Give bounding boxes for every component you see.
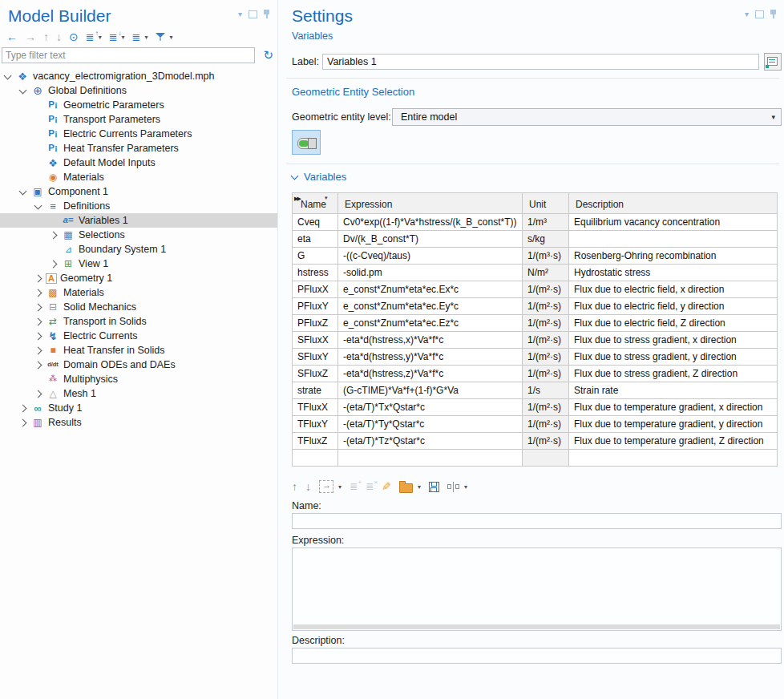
description-cell[interactable]: Flux due to stress gradient, Z direction xyxy=(569,366,778,382)
unit-cell[interactable]: 1/(m²·s) xyxy=(523,349,569,366)
tree-item-electric-currents[interactable]: ↯ Electric Currents xyxy=(0,329,277,343)
tree-item-multiphysics[interactable]: ⁂ Multiphysics xyxy=(0,372,277,386)
name-cell[interactable]: strate xyxy=(293,382,338,399)
float-panel-icon[interactable] xyxy=(249,10,257,18)
tree-chevron-icon[interactable] xyxy=(34,346,42,354)
node-display-dropdown-icon[interactable]: ▾ xyxy=(144,34,148,41)
name-cell[interactable]: SFluxX xyxy=(293,332,338,349)
load-dropdown-icon[interactable]: ▾ xyxy=(418,483,421,491)
unit-cell[interactable]: 1/(m²·s) xyxy=(523,332,569,349)
unit-cell[interactable]: N/m² xyxy=(523,265,569,281)
expand-dropdown-icon[interactable]: ▾ xyxy=(99,34,102,41)
create-note-button[interactable] xyxy=(764,53,782,71)
expression-cell[interactable]: -eta*d(hstress,x)*Va*f*c xyxy=(338,332,523,349)
unit-cell[interactable]: 1/m³ xyxy=(523,214,569,231)
tree-chevron-icon[interactable] xyxy=(34,317,42,325)
tree-item-results[interactable]: ▥ Results xyxy=(0,415,277,430)
tree-chevron-icon[interactable] xyxy=(34,361,42,369)
unit-cell[interactable]: 1/(m²·s) xyxy=(523,416,569,433)
panel-menu-icon[interactable]: ▾ xyxy=(238,10,242,18)
unit-column-header[interactable]: Unit xyxy=(523,193,569,214)
tree-chevron-icon[interactable] xyxy=(19,86,27,94)
description-cell[interactable]: Flux due to temperature gradient, Z dire… xyxy=(569,433,778,450)
expression-cell[interactable]: -(eta/T)*Ty*Qstar*c xyxy=(338,416,523,433)
name-cell[interactable]: eta xyxy=(293,231,338,248)
move-down-icon[interactable]: ↓ xyxy=(56,30,62,43)
tree-item-view-1[interactable]: ⊞ View 1 xyxy=(0,257,277,271)
tree-item-definitions[interactable]: ≡ Definitions xyxy=(0,199,277,213)
unit-cell[interactable]: 1/(m²·s) xyxy=(523,433,569,450)
expression-cell[interactable]: -eta*d(hstress,z)*Va*f*c xyxy=(338,366,523,382)
unit-cell[interactable]: s/kg xyxy=(523,231,569,248)
description-column-header[interactable]: Description xyxy=(569,193,778,214)
tree-chevron-icon[interactable] xyxy=(4,71,12,79)
expression-cell[interactable]: Dv/(k_B_const*T) xyxy=(338,231,523,248)
collapse-all-icon[interactable]: ≣↓ xyxy=(109,31,118,43)
description-cell[interactable]: Rosenberg-Ohring recombination xyxy=(569,248,778,265)
name-column-header[interactable]: ▶▶ ▾ Name xyxy=(293,193,338,214)
expression-cell[interactable]: -((c-Cveq)/taus) xyxy=(338,248,523,265)
move-up-icon[interactable]: ↑ xyxy=(43,30,49,43)
tree-item-electric-currents-parameters[interactable]: P¡ Electric Currents Parameters xyxy=(0,127,277,141)
edit-field-icon[interactable] xyxy=(447,482,459,492)
tree-chevron-icon[interactable] xyxy=(19,187,27,195)
clear-table-icon[interactable]: ✎ xyxy=(382,480,391,493)
tree-item-transport-parameters[interactable]: P¡ Transport Parameters xyxy=(0,112,277,127)
tree-item-geometric-parameters[interactable]: P¡ Geometric Parameters xyxy=(0,98,277,112)
tree-chevron-icon[interactable] xyxy=(50,260,58,268)
tree-item-heat-transfer-in-solids[interactable]: ■ Heat Transfer in Solids xyxy=(0,343,277,358)
delete-row-icon[interactable]: ≣× xyxy=(366,481,374,492)
tree-chevron-icon[interactable] xyxy=(34,303,42,311)
tree-item-mesh-1[interactable]: △ Mesh 1 xyxy=(0,386,277,401)
tree-chevron-icon[interactable] xyxy=(34,332,42,340)
load-from-file-icon[interactable] xyxy=(399,483,413,493)
pin-panel-icon[interactable] xyxy=(264,10,269,18)
description-cell[interactable]: Flux due to stress gradient, y direction xyxy=(569,349,778,366)
name-cell[interactable]: SFluxY xyxy=(293,349,338,366)
expression-cell[interactable]: -(eta/T)*Tz*Qstar*c xyxy=(338,433,523,450)
expression-cell[interactable] xyxy=(338,450,523,467)
tree-item-transport-in-solids[interactable]: ⇄ Transport in Solids xyxy=(0,314,277,329)
save-to-file-icon[interactable] xyxy=(429,482,439,492)
filter-icon[interactable] xyxy=(156,32,166,42)
geometric-entity-level-select[interactable]: Entire model ▾ xyxy=(392,108,782,126)
show-icon[interactable]: ⊙ xyxy=(69,30,79,43)
description-cell[interactable] xyxy=(569,450,778,467)
description-cell[interactable]: Flux due to electric field, Z direction xyxy=(569,315,778,332)
name-input[interactable] xyxy=(292,513,782,529)
unit-cell[interactable]: 1/(m²·s) xyxy=(523,281,569,298)
unit-cell[interactable] xyxy=(523,450,569,467)
expression-cell[interactable]: -eta*d(hstress,y)*Va*f*c xyxy=(338,349,523,366)
collapse-dropdown-icon[interactable]: ▾ xyxy=(122,34,125,41)
settings-pin-icon[interactable] xyxy=(770,10,776,18)
tree-item-variables-1[interactable]: a= Variables 1 xyxy=(0,213,277,228)
description-cell[interactable]: Strain rate xyxy=(569,382,778,399)
expression-column-header[interactable]: Expression xyxy=(338,193,523,214)
node-display-icon[interactable]: ≣ xyxy=(132,31,141,43)
tree-item-vacancy-electromigration-3dmodel-mph[interactable]: ❖ vacancy_electromigration_3Dmodel.mph xyxy=(0,69,277,83)
description-cell[interactable]: Equilibrium vacancy concentration xyxy=(569,214,778,231)
name-cell[interactable]: SFluxZ xyxy=(293,366,338,382)
tree-chevron-icon[interactable] xyxy=(50,231,58,239)
tree-item-domain-odes-and-daes[interactable]: d/dt Domain ODEs and DAEs xyxy=(0,358,277,372)
forward-icon[interactable]: → xyxy=(25,30,36,43)
tree-item-selections[interactable]: ▦ Selections xyxy=(0,228,277,242)
expression-cell[interactable]: -solid.pm xyxy=(338,265,523,281)
description-cell[interactable]: Flux due to electric field, y direction xyxy=(569,298,778,315)
variables-section-header[interactable]: Variables xyxy=(292,171,346,183)
filter-dropdown-icon[interactable]: ▾ xyxy=(170,34,173,41)
label-input[interactable] xyxy=(322,54,759,70)
name-cell[interactable]: PFluxX xyxy=(293,281,338,298)
description-cell[interactable]: Flux due to temperature gradient, y dire… xyxy=(569,416,778,433)
name-cell[interactable] xyxy=(293,450,338,467)
description-cell[interactable]: Flux due to stress gradient, x direction xyxy=(569,332,778,349)
tree-item-materials[interactable]: ▩ Materials xyxy=(0,285,277,300)
unit-cell[interactable]: 1/(m²·s) xyxy=(523,298,569,315)
tree-item-component-1[interactable]: ▣ Component 1 xyxy=(0,184,277,199)
tree-item-boundary-system-1[interactable]: ⊿ Boundary System 1 xyxy=(0,242,277,257)
tree-chevron-icon[interactable] xyxy=(19,418,27,426)
filter-input[interactable] xyxy=(2,47,255,63)
expression-cell[interactable]: Cv0*exp((1-f)*Va*hstress/(k_B_const*T)) xyxy=(338,214,523,231)
description-cell[interactable] xyxy=(569,231,778,248)
expression-textarea[interactable] xyxy=(292,547,782,631)
